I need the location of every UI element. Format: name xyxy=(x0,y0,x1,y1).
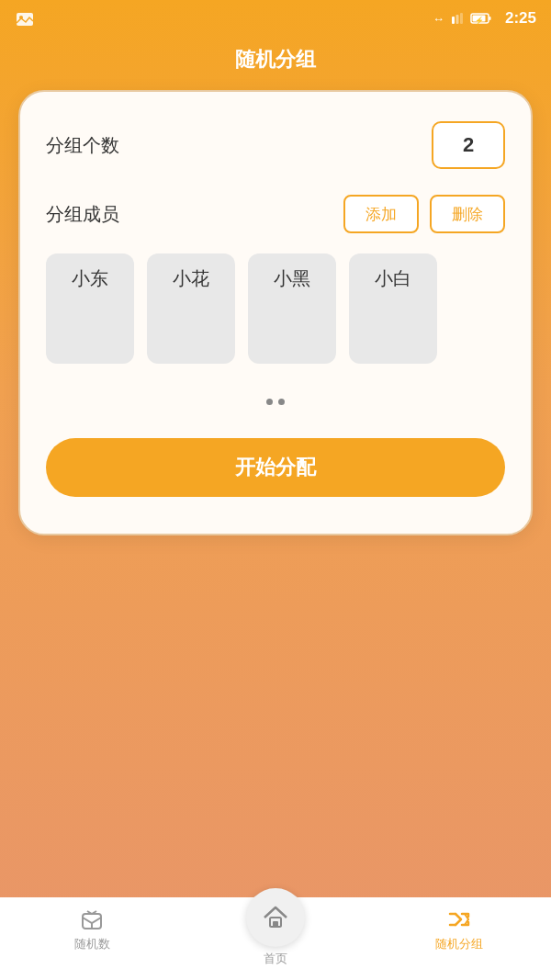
delete-member-button[interactable]: 删除 xyxy=(430,195,505,233)
svg-text:⚡: ⚡ xyxy=(475,16,484,25)
arrows-icon: ↔ xyxy=(433,12,444,26)
status-icons: ↔ ⚡ 2:25 xyxy=(433,9,536,28)
nav-label-random: 随机数 xyxy=(74,936,110,952)
svg-rect-6 xyxy=(489,17,490,20)
group-count-row: 分组个数 2 xyxy=(46,121,505,169)
group-count-input[interactable]: 2 xyxy=(432,121,505,169)
member-tag[interactable]: 小花 xyxy=(147,253,235,364)
nav-item-group[interactable]: 随机分组 xyxy=(367,907,551,952)
bottom-nav: 随机数 首页 随机分组 xyxy=(0,897,551,980)
member-tag[interactable]: 小黑 xyxy=(248,253,336,364)
dot-1 xyxy=(266,399,273,405)
members-grid: 小东小花小黑小白 xyxy=(46,253,505,364)
home-circle xyxy=(246,888,305,947)
box-icon xyxy=(79,907,105,932)
dot-2 xyxy=(278,399,285,405)
members-label: 分组成员 xyxy=(46,202,119,227)
shuffle-icon xyxy=(446,907,472,932)
nav-item-random[interactable]: 随机数 xyxy=(0,907,184,952)
status-bar: ↔ ⚡ 2:25 xyxy=(0,0,551,37)
nav-label-home: 首页 xyxy=(264,951,287,967)
battery-icon: ⚡ xyxy=(470,11,492,26)
nav-label-group: 随机分组 xyxy=(435,936,483,952)
image-icon xyxy=(15,9,35,29)
signal-icon xyxy=(450,11,465,26)
svg-rect-2 xyxy=(452,17,455,24)
card-wrapper: 分组个数 2 分组成员 添加 删除 小东小花小黑小白 开始分配 xyxy=(0,90,551,897)
svg-rect-12 xyxy=(273,921,278,927)
svg-rect-3 xyxy=(455,15,458,24)
start-button[interactable]: 开始分配 xyxy=(46,438,505,497)
home-icon xyxy=(261,903,290,932)
time-display: 2:25 xyxy=(505,9,536,28)
nav-item-home[interactable]: 首页 xyxy=(184,888,367,967)
member-tag[interactable]: 小白 xyxy=(349,253,437,364)
main-card: 分组个数 2 分组成员 添加 删除 小东小花小黑小白 开始分配 xyxy=(18,90,533,535)
member-action-buttons: 添加 删除 xyxy=(343,195,505,233)
members-header-row: 分组成员 添加 删除 xyxy=(46,195,505,233)
svg-rect-4 xyxy=(460,13,463,24)
group-count-label: 分组个数 xyxy=(46,133,119,158)
page-title: 随机分组 xyxy=(0,37,551,90)
add-member-button[interactable]: 添加 xyxy=(343,195,419,233)
member-tag[interactable]: 小东 xyxy=(46,253,134,364)
page-dots xyxy=(46,393,505,409)
